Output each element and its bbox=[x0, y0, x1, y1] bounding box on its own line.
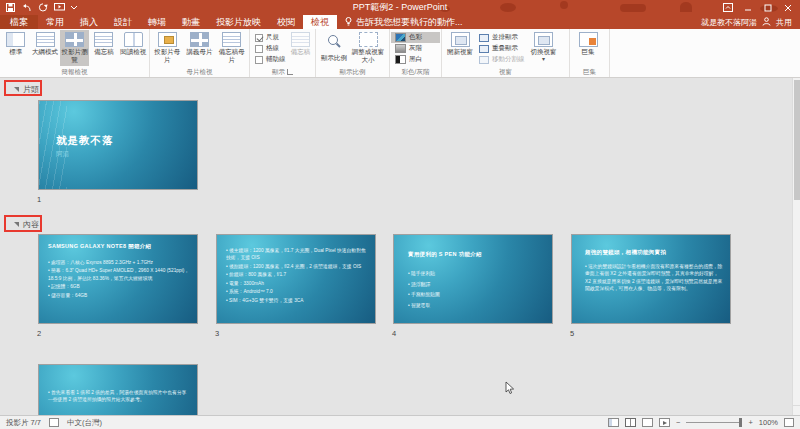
slide-number: 2 bbox=[37, 329, 41, 338]
notes-toggle-button: 備忘稿 bbox=[289, 30, 313, 66]
slide-thumbnail-5[interactable]: 超強的雙鏡頭，相機功能與實拍 這次的雙鏡頭設計乍看相機介面沒有和原來有種整合的感… bbox=[571, 234, 731, 324]
slide-title: 實用便利的 S PEN 功能介紹 bbox=[408, 251, 546, 258]
reading-view-status-icon[interactable] bbox=[642, 418, 653, 427]
proofing-language-icon[interactable] bbox=[49, 418, 59, 427]
zoom-out-button[interactable]: − bbox=[676, 418, 680, 427]
slideshow-status-icon[interactable] bbox=[659, 418, 670, 427]
slide-master-button[interactable]: 投影片母片 bbox=[151, 30, 183, 66]
share-button[interactable]: 共用 bbox=[776, 17, 792, 28]
normal-view-status-icon[interactable] bbox=[608, 418, 619, 427]
normal-view-button[interactable]: 標準 bbox=[1, 30, 30, 66]
color-button[interactable]: 色彩 bbox=[391, 32, 440, 43]
title-bar: PPT範例2 - PowerPoint bbox=[0, 0, 800, 15]
slide-sorter-canvas[interactable]: 片頭 就是教不落 阿湯 1 內容 SAMSUNG GALAXY NOTE8 開箱… bbox=[0, 78, 792, 415]
scrollbar-down-arrow[interactable] bbox=[793, 405, 800, 415]
vertical-scrollbar[interactable] bbox=[792, 78, 800, 415]
tell-me-box[interactable]: 告訴我您想要執行的動作... bbox=[337, 15, 471, 29]
arrange-all-button[interactable]: 並排顯示 bbox=[479, 33, 525, 42]
slide-thumbnail-6[interactable]: 首先來看看 1 倍和 2 倍的差異，阿湯在後面實拍照片中也有分享一些使用 2 倍… bbox=[38, 364, 198, 415]
tab-file[interactable]: 檔案 bbox=[0, 15, 38, 29]
slide-title: SAMSUNG GALAXY NOTE8 開箱介紹 bbox=[48, 243, 191, 250]
close-icon[interactable] bbox=[779, 1, 796, 14]
zoom-button[interactable]: 顯示比例 bbox=[317, 30, 351, 66]
black-white-icon bbox=[395, 55, 406, 64]
cascade-button[interactable]: 重疊顯示 bbox=[479, 44, 525, 53]
group-show: 尺規 格線 輔助線 備忘稿 顯示 bbox=[250, 29, 316, 77]
ribbon-display-options-icon[interactable] bbox=[719, 1, 736, 14]
ribbon-view-tab: 標準 大綱模式 投影片瀏覽 備忘稿 閱讀檢視 bbox=[0, 29, 800, 78]
tab-insert[interactable]: 插入 bbox=[72, 15, 106, 29]
cascade-icon bbox=[479, 45, 489, 53]
language-label[interactable]: 中文(台灣) bbox=[67, 418, 102, 428]
tab-view[interactable]: 檢視 bbox=[303, 15, 337, 29]
handout-master-button[interactable]: 講義母片 bbox=[183, 30, 215, 66]
zoom-magnifier-icon bbox=[327, 34, 342, 53]
dialog-launcher-icon[interactable] bbox=[287, 69, 293, 75]
tab-home[interactable]: 常用 bbox=[38, 15, 72, 29]
quick-access-toolbar bbox=[0, 3, 77, 12]
tab-animations[interactable]: 動畫 bbox=[174, 15, 208, 29]
black-white-button[interactable]: 黑白 bbox=[391, 54, 440, 65]
zoom-slider[interactable] bbox=[686, 422, 742, 423]
signed-in-user[interactable]: 就是教不落阿湯 bbox=[701, 17, 757, 28]
zoom-slider-thumb[interactable] bbox=[739, 418, 742, 427]
share-person-icon bbox=[762, 17, 771, 28]
fit-slide-to-window-icon[interactable] bbox=[784, 418, 794, 427]
checkbox-icon bbox=[255, 45, 263, 53]
zoom-in-button[interactable]: + bbox=[748, 418, 752, 427]
slide-bullet: 首先來看看 1 倍和 2 倍的差異，阿湯在後面實拍照片中也有分享一些使用 2 倍… bbox=[48, 389, 190, 404]
group-presentation-views: 標準 大綱模式 投影片瀏覽 備忘稿 閱讀檢視 bbox=[0, 29, 150, 77]
scrollbar-thumb[interactable] bbox=[794, 80, 800, 200]
tab-transitions[interactable]: 轉場 bbox=[140, 15, 174, 29]
macros-button[interactable]: 巨集 bbox=[571, 30, 605, 66]
group-window: 開新視窗 並排顯示 重疊顯示 移動分割線 bbox=[442, 29, 570, 77]
tab-slideshow[interactable]: 投影片放映 bbox=[208, 15, 269, 29]
maximize-icon[interactable] bbox=[759, 1, 776, 14]
new-window-button[interactable]: 開新視窗 bbox=[443, 30, 477, 66]
grayscale-icon bbox=[395, 44, 406, 53]
outline-view-button[interactable]: 大綱模式 bbox=[30, 30, 59, 66]
notes-master-icon bbox=[222, 32, 241, 47]
slide-thumbnail-2[interactable]: SAMSUNG GALAXY NOTE8 開箱介紹 處理器：八核心 Exynos… bbox=[38, 234, 198, 324]
slide-number: 3 bbox=[215, 329, 219, 338]
minimize-icon[interactable] bbox=[739, 1, 756, 14]
macros-icon bbox=[579, 32, 598, 47]
notes-master-button[interactable]: 備忘稿母片 bbox=[216, 30, 248, 66]
group-label: 顯示比例 bbox=[317, 66, 388, 77]
undo-icon[interactable] bbox=[21, 3, 32, 12]
grayscale-button[interactable]: 灰階 bbox=[391, 43, 440, 54]
slide-thumbnail-1[interactable]: 就是教不落 阿湯 bbox=[38, 100, 198, 190]
customize-quick-access-icon[interactable] bbox=[71, 5, 77, 10]
group-color-grayscale: 色彩 灰階 黑白 彩色/灰階 bbox=[390, 29, 442, 77]
zoom-percentage[interactable]: 100% bbox=[759, 418, 778, 427]
gridlines-checkbox[interactable]: 格線 bbox=[255, 44, 286, 53]
reading-view-icon bbox=[124, 32, 143, 47]
slide-bullet: 手寫動態貼圖 bbox=[408, 290, 545, 300]
tab-design[interactable]: 設計 bbox=[106, 15, 140, 29]
guides-checkbox[interactable]: 輔助線 bbox=[255, 55, 286, 64]
reading-view-button[interactable]: 閱讀檢視 bbox=[119, 30, 148, 66]
slide-sorter-status-icon[interactable] bbox=[625, 418, 636, 427]
slide-thumbnail-3[interactable]: 後主鏡頭：1200 萬像素，f/1.7 大光圈，Dual Pixel 快速自動對… bbox=[216, 234, 376, 324]
save-icon[interactable] bbox=[6, 3, 15, 12]
checkbox-checked-icon bbox=[255, 34, 263, 42]
ribbon-empty-area bbox=[610, 29, 800, 77]
chevron-down-icon: ▾ bbox=[542, 56, 545, 62]
slide-bullet: 系統：Android™ 7.0 bbox=[226, 288, 368, 295]
slide-thumbnail-4[interactable]: 實用便利的 S PEN 功能介紹 隨手便利貼 懸浮翻譯 手寫動態貼圖 智慧選取 bbox=[393, 234, 553, 324]
start-from-beginning-icon[interactable] bbox=[54, 3, 65, 12]
fit-to-window-button[interactable]: 調整成視窗大小 bbox=[351, 30, 385, 66]
color-icon bbox=[395, 33, 406, 42]
ruler-checkbox[interactable]: 尺規 bbox=[255, 33, 286, 42]
group-label: 母片檢視 bbox=[151, 66, 248, 77]
slide-sorter-button[interactable]: 投影片瀏覽 bbox=[60, 30, 89, 66]
tab-review[interactable]: 校閱 bbox=[269, 15, 303, 29]
slide-master-icon bbox=[158, 32, 177, 47]
redo-icon[interactable] bbox=[38, 3, 48, 12]
fit-to-window-icon bbox=[359, 32, 378, 47]
annotation-box bbox=[4, 215, 42, 232]
status-bar: 投影片 7/7 中文(台灣) − + 100% bbox=[0, 415, 800, 429]
switch-windows-button[interactable]: 切換視窗 ▾ bbox=[527, 30, 561, 66]
slide-bullet: 電量：3300mAh bbox=[226, 280, 368, 287]
notes-page-button[interactable]: 備忘稿 bbox=[89, 30, 118, 66]
